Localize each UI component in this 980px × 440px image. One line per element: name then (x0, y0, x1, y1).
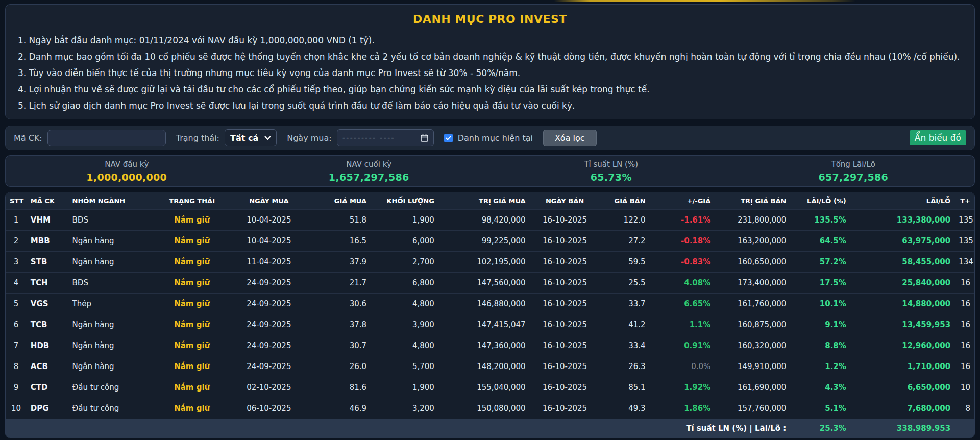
cell-tri-gia-ban: 160,650,000 (715, 251, 790, 272)
cell-stt: 5 (6, 293, 27, 314)
col-header-nganh: NHÓM NGÀNH (68, 192, 157, 209)
cell-ll: 6,650,000 (850, 377, 954, 398)
cell-nganh: Ngân hàng (68, 356, 157, 377)
cell-gia-ban: 49.3 (600, 398, 650, 419)
cell-delta: 1.1% (650, 314, 715, 335)
filter-bar: Mã CK: Trạng thái: Tất cả Ngày mua: ----… (5, 126, 975, 150)
cell-tri-gia-mua: 99,225,000 (438, 230, 530, 251)
table-row: 6TCBNgân hàngNắm giữ24-09-202537.83,9001… (6, 314, 974, 335)
buy-date-input[interactable]: --------- ---- (337, 129, 434, 146)
note-line-4: 4. Lợi nhuận thu về sẽ được giữ lại và t… (18, 85, 962, 94)
cell-ngay-ban: 16-10-2025 (530, 251, 600, 272)
cell-t-plus: 16 (954, 272, 974, 293)
cell-t-plus: 16 (954, 356, 974, 377)
note-line-2: 2. Danh mục bao gồm tối đa 10 cổ phiếu s… (18, 52, 962, 62)
cell-llpct: 64.5% (790, 230, 850, 251)
clear-filter-button[interactable]: Xóa lọc (543, 130, 597, 146)
cell-gia-mua: 16.5 (311, 230, 371, 251)
cell-ll: 7,680,000 (850, 398, 954, 419)
col-header-llpct: LÃI/LỖ (%) (790, 192, 850, 209)
summary-total-pnl-label: Tổng Lãi/Lỗ (732, 160, 975, 169)
cell-ngay-ban: 16-10-2025 (530, 335, 600, 356)
cell-ll: 58,455,000 (850, 251, 954, 272)
hide-chart-button[interactable]: Ẩn biểu đồ (910, 130, 966, 145)
col-header-delta: +/-GIÁ (650, 192, 715, 209)
footer-pnl-value: 338.989.953 (850, 419, 954, 438)
cell-llpct: 8.8% (790, 335, 850, 356)
cell-tri-gia-ban: 149,910,000 (715, 356, 790, 377)
top-glow-bar (554, 0, 856, 2)
cell-khoi-luong: 4,800 (371, 335, 438, 356)
calendar-icon (421, 134, 428, 142)
cell-llpct: 9.1% (790, 314, 850, 335)
cell-gia-ban: 33.4 (600, 335, 650, 356)
col-header-gia-ban: GIÁ BÁN (600, 192, 650, 209)
summary-nav-start: NAV đầu kỳ 1,000,000,000 (6, 160, 248, 183)
col-header-tri-gia-mua: TRỊ GIÁ MUA (438, 192, 530, 209)
cell-gia-ban: 41.2 (600, 314, 650, 335)
cell-ngay-mua: 06-10-2025 (227, 398, 310, 419)
cell-nganh: Ngân hàng (68, 230, 157, 251)
cell-t-plus: 16 (954, 293, 974, 314)
summary-total-pnl: Tổng Lãi/Lỗ 657,297,586 (732, 160, 975, 183)
cell-ll: 133,380,000 (850, 209, 954, 230)
cell-gia-mua: 51.8 (311, 209, 371, 230)
cell-status: Nắm giữ (157, 377, 227, 398)
cell-ll: 12,960,000 (850, 335, 954, 356)
cell-gia-mua: 81.6 (311, 377, 371, 398)
note-line-3: 3. Tùy vào diễn biến thực tế của thị trư… (18, 68, 962, 78)
status-label: Trạng thái: (176, 133, 219, 143)
portfolio-table: STTMÃ CKNHÓM NGÀNHTRẠNG THÁINGÀY MUAGIÁ … (6, 192, 974, 438)
cell-delta: 0.0% (650, 356, 715, 377)
cell-tri-gia-mua: 98,420,000 (438, 209, 530, 230)
cell-ma: CTD (27, 377, 68, 398)
cell-ngay-mua: 24-09-2025 (227, 335, 310, 356)
cell-llpct: 4.3% (790, 377, 850, 398)
cell-ma: VHM (27, 209, 68, 230)
cell-gia-mua: 37.8 (311, 314, 371, 335)
cell-delta: -1.61% (650, 209, 715, 230)
cell-gia-ban: 26.3 (600, 356, 650, 377)
table-row: 5VGSThépNắm giữ24-09-202530.64,800146,88… (6, 293, 974, 314)
cell-gia-ban: 85.1 (600, 377, 650, 398)
cell-ma: MBB (27, 230, 68, 251)
cell-stt: 4 (6, 272, 27, 293)
cell-delta: 4.08% (650, 272, 715, 293)
cell-khoi-luong: 1,900 (371, 209, 438, 230)
cell-tri-gia-mua: 102,195,000 (438, 251, 530, 272)
cell-stt: 10 (6, 398, 27, 419)
cell-gia-mua: 21.7 (311, 272, 371, 293)
cell-ngay-ban: 16-10-2025 (530, 230, 600, 251)
cell-t-plus: 10 (954, 377, 974, 398)
cell-stt: 8 (6, 356, 27, 377)
cell-khoi-luong: 3,900 (371, 314, 438, 335)
cell-gia-ban: 122.0 (600, 209, 650, 230)
cell-status: Nắm giữ (157, 314, 227, 335)
summary-nav-start-label: NAV đầu kỳ (6, 160, 248, 169)
cell-khoi-luong: 2,700 (371, 251, 438, 272)
cell-gia-mua: 30.6 (311, 293, 371, 314)
cell-status: Nắm giữ (157, 230, 227, 251)
cell-llpct: 10.1% (790, 293, 850, 314)
col-header-ll: LÃI/LỖ (850, 192, 954, 209)
page-title: DANH MỤC PRO INVEST (18, 13, 962, 26)
portfolio-table-panel: STTMÃ CKNHÓM NGÀNHTRẠNG THÁINGÀY MUAGIÁ … (5, 192, 975, 438)
cell-stt: 3 (6, 251, 27, 272)
cell-nganh: Ngân hàng (68, 314, 157, 335)
cell-status: Nắm giữ (157, 209, 227, 230)
cell-ll: 63,975,000 (850, 230, 954, 251)
col-header-ngay-mua: NGÀY MUA (227, 192, 310, 209)
cell-ma: DPG (27, 398, 68, 419)
cell-stt: 9 (6, 377, 27, 398)
cell-t-plus: 16 (954, 335, 974, 356)
cell-nganh: Ngân hàng (68, 251, 157, 272)
summary-nav-end-label: NAV cuối kỳ (248, 160, 491, 169)
summary-return-pct: Tỉ suất LN (%) 65.73% (490, 160, 732, 183)
current-portfolio-checkbox[interactable] (444, 134, 453, 142)
status-select[interactable]: Tất cả (225, 129, 277, 146)
ticker-input[interactable] (47, 130, 166, 146)
cell-tri-gia-mua: 147,560,000 (438, 272, 530, 293)
cell-gia-mua: 37.9 (311, 251, 371, 272)
cell-stt: 7 (6, 335, 27, 356)
current-portfolio-label: Danh mục hiện tại (458, 133, 533, 143)
